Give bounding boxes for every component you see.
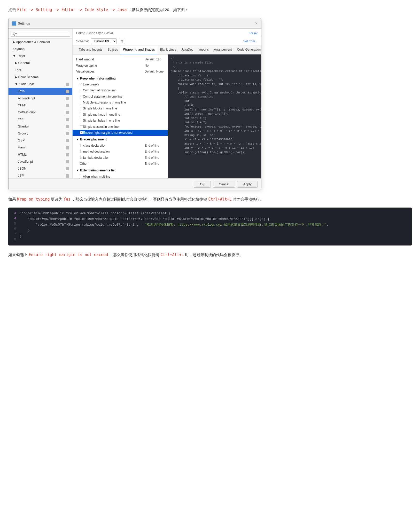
set-from-link[interactable]: Set from... — [243, 39, 258, 44]
sidebar-item-▶-color-scheme[interactable]: ▶ Color Scheme — [9, 74, 72, 81]
setting-checkbox[interactable] — [80, 101, 83, 104]
cancel-button[interactable]: Cancel — [213, 181, 235, 188]
code-preview-line: assert i + j + k + l + n + m ‹= 2 : "ass… — [171, 142, 259, 146]
code-preview-line: int y = 2 > 3 ? 7 + 8 + 9 : 11 + 12 + 13… — [171, 146, 259, 150]
tab-code-generation[interactable]: Code Generation — [235, 46, 261, 54]
setting-row: Align when multiline — [73, 173, 168, 178]
setting-label: Simple lambdas in one line — [83, 118, 165, 123]
sidebar-item-groovy[interactable]: Groovy — [9, 130, 72, 137]
sidebar-item-▼-editor[interactable]: ▼ Editor — [9, 53, 72, 60]
setting-value: End of line — [145, 161, 165, 166]
sidebar-item-css[interactable]: CSS — [9, 116, 72, 123]
code-block-code: "color:#c678dd">public "color:#c678dd">c… — [20, 211, 408, 242]
setting-row: Wrap on typingNo — [73, 62, 168, 68]
window-title-area: Settings — [12, 21, 30, 26]
code-preview-line: String s1, s2, s3; — [171, 133, 259, 138]
code-preview-line: */ — [171, 65, 259, 69]
line-number: 7 — [12, 232, 16, 237]
sidebar-item-label: HTML — [18, 152, 27, 157]
sidebar-item-json[interactable]: JSON — [9, 165, 72, 172]
code-preview-panel: /* * This is a sample file. */public cla… — [168, 54, 261, 178]
code-preview-line: public void foo(int i1, int i2, int i3, … — [171, 82, 259, 86]
tab-blank-lines[interactable]: Blank Lines — [158, 46, 179, 54]
tab-javadoc[interactable]: JavaDoc — [179, 46, 196, 54]
sidebar-item-▶-appearance-&-behavior[interactable]: ▶ Appearance & Behavior — [9, 39, 72, 46]
sidebar-item-settings-icon — [66, 146, 69, 149]
settings-app-icon — [12, 21, 16, 26]
sidebar-item-coffeescript[interactable]: CoffeeScript — [9, 109, 72, 116]
setting-row: Multiple expressions in one line — [73, 100, 168, 106]
sidebar-item-label: CSS — [18, 117, 25, 122]
sidebar-item-label: GSP — [18, 138, 25, 143]
tab-arrangement[interactable]: Arrangement — [211, 46, 234, 54]
setting-label: Simple blocks in one line — [83, 106, 165, 111]
ok-button[interactable]: OK — [194, 181, 211, 188]
intro-path: File -> Setting -> Editor -> Code Style … — [17, 7, 127, 12]
reset-button[interactable]: Reset — [250, 31, 258, 36]
setting-checkbox[interactable] — [80, 89, 83, 92]
setting-label: Align when multiline — [83, 174, 165, 178]
sidebar-item-▼-code-style[interactable]: ▼ Code Style — [9, 81, 72, 88]
tabs-container: Tabs and IndentsSpacesWrapping and Brace… — [76, 46, 261, 54]
sidebar-item-actionscript[interactable]: ActionScript — [9, 95, 72, 102]
code-block: 345678 "color:#c678dd">public "color:#c6… — [8, 208, 412, 245]
setting-row: Simple blocks in one line — [73, 106, 168, 112]
tab-wrapping-and-braces[interactable]: Wrapping and Braces — [120, 46, 157, 54]
code-preview-line: public class ThisIsASampleClass extends … — [171, 69, 259, 74]
tab-tabs-and-indents[interactable]: Tabs and Indents — [76, 46, 105, 54]
setting-row: Ensure right margin is not exceeded — [73, 130, 168, 136]
sidebar-item-label: Haml — [18, 145, 25, 150]
setting-row: In lambda declarationEnd of line — [73, 155, 168, 161]
breadcrumb-bar: Editor › Code Style › Java Reset — [73, 29, 261, 37]
sidebar-item-jsp[interactable]: JSP — [9, 172, 72, 178]
sidebar-item-label: Groovy — [18, 131, 28, 136]
setting-label: Line breaks — [83, 82, 165, 87]
setting-label: ▼ Keep when reformatting — [76, 76, 165, 81]
sidebar-item-cfml[interactable]: CFML — [9, 102, 72, 109]
sidebar-item-html[interactable]: HTML — [9, 151, 72, 158]
setting-row: Visual guidesDefault: None — [73, 69, 168, 75]
setting-checkbox[interactable] — [80, 125, 83, 128]
setting-checkbox[interactable] — [80, 83, 83, 86]
ensure-inline: Ensure right marigin is not exceed — [29, 252, 108, 257]
sidebar-item-label: Font — [15, 68, 21, 73]
tab-spaces[interactable]: Spaces — [105, 46, 120, 54]
sidebar-item-settings-icon — [66, 97, 69, 100]
scheme-select[interactable]: Default IDE — [91, 38, 117, 44]
code-preview-line: /* — [171, 57, 259, 61]
code-line: "color:#e5c07b">String rxblog"color:#e5c… — [20, 222, 408, 228]
setting-checkbox[interactable] — [80, 131, 83, 134]
setting-checkbox[interactable] — [80, 113, 83, 116]
code-preview-line: int[] empty = new int[]{}; — [171, 112, 259, 116]
sidebar-item-▶-general[interactable]: ▶ General — [9, 60, 72, 67]
line-number: 5 — [12, 221, 16, 226]
setting-checkbox[interactable] — [80, 119, 83, 122]
code-preview-content: /* * This is a sample file. */public cla… — [171, 57, 259, 155]
sidebar-item-javascript[interactable]: JavaScript — [9, 158, 72, 165]
sidebar-item-java[interactable]: Java — [9, 88, 72, 95]
setting-row: In class declarationEnd of line — [73, 142, 168, 148]
sidebar-item-keymap[interactable]: Keymap — [9, 46, 72, 53]
gear-button[interactable]: ⚙ — [119, 39, 125, 44]
search-input[interactable] — [11, 31, 70, 37]
middle-text-part2: 更改为 — [51, 197, 64, 201]
setting-label: Multiple expressions in one line — [83, 100, 165, 105]
setting-row: OtherEnd of line — [73, 161, 168, 167]
setting-checkbox[interactable] — [80, 175, 83, 178]
bottom-text-part1: 如果勾选上 — [8, 252, 29, 257]
setting-checkbox[interactable] — [80, 95, 83, 98]
setting-value: Default: None — [145, 69, 165, 74]
apply-button[interactable]: Apply — [237, 181, 258, 188]
setting-checkbox[interactable] — [80, 107, 83, 110]
main-content: Editor › Code Style › Java Reset Scheme:… — [73, 29, 261, 178]
sidebar-item-settings-icon — [66, 139, 69, 142]
close-button[interactable]: × — [255, 20, 258, 27]
sidebar-item-gsp[interactable]: GSP — [9, 137, 72, 144]
tab-imports[interactable]: Imports — [196, 46, 211, 54]
sidebar-item-label: CoffeeScript — [18, 110, 36, 115]
sidebar-item-haml[interactable]: Haml — [9, 144, 72, 151]
sidebar-item-gherkin[interactable]: Gherkin — [9, 123, 72, 130]
shortcut-kbd: Ctrl+Alt+L — [161, 252, 184, 257]
sidebar-item-font[interactable]: Font — [9, 67, 72, 74]
line-number: 6 — [12, 226, 16, 232]
